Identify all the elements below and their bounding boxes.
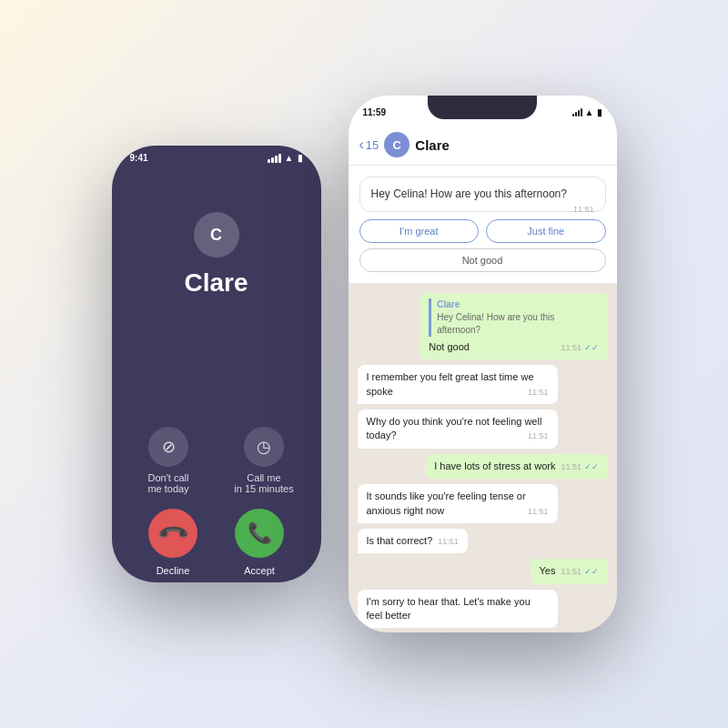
chat-title: Clare bbox=[415, 137, 450, 153]
right-wifi-icon: ▲ bbox=[585, 107, 594, 117]
msg-stress-sent: I have lots of stress at work 11:51 ✓✓ bbox=[425, 454, 607, 479]
remember-time: 11:51 bbox=[528, 387, 549, 399]
app-logo: C bbox=[194, 212, 239, 258]
decline-label: Decline bbox=[157, 565, 190, 576]
quote-text: Hey Celina! How are you this afternoon? bbox=[437, 311, 598, 337]
signal-icon bbox=[268, 154, 281, 163]
no-call-icon: ⊘ bbox=[148, 427, 188, 467]
msg-not-good-bubble: Clare Hey Celina! How are you this after… bbox=[420, 293, 607, 359]
call-screen: C Clare ⊘ Don't callme today ◷ Call mein… bbox=[112, 167, 321, 603]
yes-time: 11:51 ✓✓ bbox=[561, 566, 598, 578]
later-call-action[interactable]: ◷ Call mein 15 minutes bbox=[228, 427, 300, 494]
call-top-actions: ⊘ Don't callme today ◷ Call mein 15 minu… bbox=[112, 427, 321, 494]
decline-circle: 📞 bbox=[148, 509, 197, 558]
msg-yes-sent: Yes 11:51 ✓✓ bbox=[531, 559, 608, 583]
right-signal-icon bbox=[572, 108, 582, 116]
no-call-action[interactable]: ⊘ Don't callme today bbox=[132, 427, 205, 494]
no-call-label: Don't callme today bbox=[147, 472, 188, 494]
msg-sorry-bubble: I'm sorry to hear that. Let's make you f… bbox=[358, 590, 558, 629]
call-buttons: 📞 Decline 📞 Accept bbox=[112, 509, 321, 603]
decline-phone-icon: 📞 bbox=[156, 516, 189, 550]
sorry-text: I'm sorry to hear that. Let's make you f… bbox=[367, 596, 531, 621]
not-good-text: Not good bbox=[429, 341, 470, 352]
later-call-label: Call mein 15 minutes bbox=[234, 472, 293, 494]
why-text: Why do you think you're not feeling well… bbox=[367, 416, 542, 440]
option-row-1: I'm great Just fine bbox=[359, 219, 606, 243]
msg-tense-bubble: It sounds like you're feeling tense or a… bbox=[358, 484, 558, 523]
scene: 9:41 ▲ ▮ C Clare ⊘ Don't callme bbox=[112, 96, 617, 632]
option-not-good-button[interactable]: Not good bbox=[359, 248, 606, 272]
greeting-text: Hey Celina! How are you this afternoon? bbox=[371, 187, 567, 200]
greeting-bubble: Hey Celina! How are you this afternoon? … bbox=[359, 177, 606, 212]
msg-why-bubble: Why do you think you're not feeling well… bbox=[358, 410, 558, 449]
correct-time: 11:51 bbox=[438, 536, 459, 548]
accept-button[interactable]: 📞 Accept bbox=[235, 509, 284, 576]
right-battery-icon: ▮ bbox=[597, 107, 602, 117]
why-time: 11:51 bbox=[528, 430, 549, 442]
msg-remember-bubble: I remember you felt great last time we s… bbox=[358, 365, 558, 404]
quote-sender: Clare bbox=[437, 298, 598, 311]
stress-time: 11:51 ✓✓ bbox=[561, 461, 598, 473]
chevron-left-icon: ‹ bbox=[359, 136, 364, 153]
option-fine-button[interactable]: Just fine bbox=[486, 219, 606, 243]
double-check-icon: ✓✓ bbox=[584, 343, 599, 352]
avatar-letter: C bbox=[393, 138, 401, 152]
accept-circle: 📞 bbox=[235, 509, 284, 558]
stress-check-icon: ✓✓ bbox=[584, 462, 599, 471]
option-great-button[interactable]: I'm great bbox=[359, 219, 480, 243]
msg-correct-received: Is that correct? 11:51 bbox=[358, 529, 558, 553]
accept-phone-icon: 📞 bbox=[248, 521, 272, 545]
app-name: Clare bbox=[184, 268, 248, 298]
tense-text: It sounds like you're feeling tense or a… bbox=[367, 490, 526, 515]
left-status-icons: ▲ ▮ bbox=[268, 153, 303, 163]
msg-sorry-received: I'm sorry to hear that. Let's make you f… bbox=[358, 590, 558, 629]
remember-text: I remember you felt great last time we s… bbox=[367, 371, 534, 396]
chat-avatar: C bbox=[384, 132, 410, 157]
not-good-time: 11:51 ✓✓ bbox=[561, 342, 598, 354]
msg-yes-bubble: Yes 11:51 ✓✓ bbox=[531, 559, 608, 583]
back-count: 15 bbox=[366, 138, 379, 152]
wifi-icon: ▲ bbox=[285, 153, 294, 163]
decline-button[interactable]: 📞 Decline bbox=[148, 509, 197, 576]
stress-text: I have lots of stress at work bbox=[434, 460, 555, 471]
greeting-time: 11:51 bbox=[573, 204, 594, 216]
chat-phone-inner: 11:59 ▲ ▮ ‹ 15 bbox=[349, 96, 617, 632]
left-notch bbox=[171, 146, 262, 167]
left-time: 9:41 bbox=[130, 153, 148, 163]
msg-not-good-sent: Clare Hey Celina! How are you this after… bbox=[420, 293, 607, 359]
tense-time: 11:51 bbox=[528, 506, 549, 518]
yes-text: Yes bbox=[540, 565, 556, 576]
chat-header: ‹ 15 C Clare bbox=[349, 125, 617, 166]
yes-check-icon: ✓✓ bbox=[584, 567, 599, 576]
right-time: 11:59 bbox=[363, 107, 387, 117]
logo-letter: C bbox=[210, 226, 222, 245]
msg-why-received: Why do you think you're not feeling well… bbox=[358, 410, 558, 449]
accept-label: Accept bbox=[244, 565, 275, 576]
correct-text: Is that correct? bbox=[367, 535, 433, 546]
left-phone: 9:41 ▲ ▮ C Clare ⊘ Don't callme bbox=[112, 146, 321, 582]
battery-icon: ▮ bbox=[298, 153, 303, 163]
chat-messages: Clare Hey Celina! How are you this after… bbox=[349, 284, 617, 632]
msg-stress-bubble: I have lots of stress at work 11:51 ✓✓ bbox=[425, 454, 607, 479]
msg-remember-received: I remember you felt great last time we s… bbox=[358, 365, 558, 404]
right-status-icons: ▲ ▮ bbox=[572, 107, 602, 117]
msg-tense-received: It sounds like you're feeling tense or a… bbox=[358, 484, 558, 523]
back-button[interactable]: ‹ 15 bbox=[359, 136, 379, 153]
right-phone: 11:59 ▲ ▮ ‹ 15 bbox=[349, 96, 617, 632]
msg-correct-bubble: Is that correct? 11:51 bbox=[358, 529, 468, 553]
quote-block: Clare Hey Celina! How are you this after… bbox=[429, 298, 598, 337]
clock-icon: ◷ bbox=[244, 427, 284, 467]
options-panel: Hey Celina! How are you this afternoon? … bbox=[349, 166, 617, 284]
right-notch bbox=[428, 96, 537, 119]
